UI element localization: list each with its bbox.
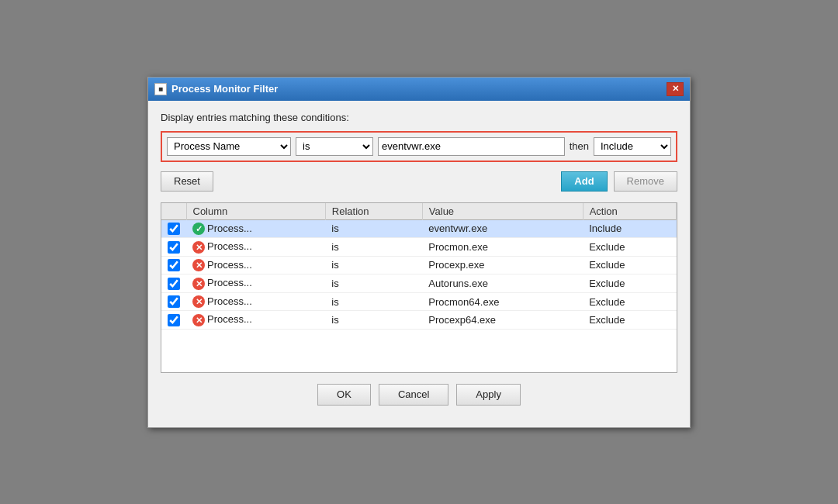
row-checkbox[interactable] [168,259,180,271]
title-bar: ■ Process Monitor Filter ✕ [148,78,690,101]
row-action: Exclude [583,238,676,257]
row-action: Exclude [583,274,676,293]
row-relation: is [325,274,422,293]
row-action: Exclude [583,256,676,274]
exclude-icon: ✕ [192,241,205,254]
col-header-column: Column [186,203,325,220]
exclude-icon: ✕ [192,314,205,326]
instruction-label: Display entries matching these condition… [161,112,677,123]
row-value: Procmon.exe [422,238,583,257]
button-row: Reset Add Remove [161,171,677,192]
cancel-button[interactable]: Cancel [379,384,448,406]
row-value: Procexp64.exe [422,311,583,330]
row-checkbox[interactable] [168,241,180,254]
row-relation: is [325,256,422,274]
row-relation: is [325,311,422,330]
row-relation: is [325,292,422,311]
row-checkbox-cell [161,274,186,293]
row-checkbox[interactable] [168,314,180,326]
process-monitor-filter-dialog: ■ Process Monitor Filter ✕ Display entri… [147,77,691,428]
row-relation: is [325,219,422,238]
table-row[interactable]: ✕Process... is Autoruns.exe Exclude [161,274,677,293]
row-checkbox-cell [161,256,186,274]
action-select[interactable]: Include Exclude [594,137,671,156]
apply-button[interactable]: Apply [456,384,521,406]
row-value: Procexp.exe [422,256,583,274]
row-checkbox[interactable] [168,295,180,308]
row-checkbox[interactable] [168,278,180,290]
filter-row: Process Name PID Operation Path Result D… [161,131,677,162]
row-checkbox-cell [161,311,186,330]
row-column: ✕Process... [186,238,325,257]
include-icon: ✓ [192,223,205,235]
row-action: Include [583,219,676,238]
filter-table: Column Relation Value Action ✓Process...… [161,203,677,330]
col-header-relation: Relation [325,203,422,220]
table-row[interactable]: ✕Process... is Procmon.exe Exclude [161,238,677,257]
then-label: then [570,140,589,152]
row-column: ✕Process... [186,311,325,330]
row-checkbox-cell [161,292,186,311]
title-bar-left: ■ Process Monitor Filter [154,83,278,95]
dialog-title: Process Monitor Filter [171,83,278,95]
reset-button[interactable]: Reset [161,171,213,192]
exclude-icon: ✕ [192,278,205,290]
row-column: ✕Process... [186,292,325,311]
dialog-body: Display entries matching these condition… [148,101,690,427]
table-row[interactable]: ✕Process... is Procexp64.exe Exclude [161,311,677,330]
col-header-action: Action [583,203,676,220]
value-input[interactable] [378,137,565,156]
row-checkbox[interactable] [168,223,180,235]
exclude-icon: ✕ [192,295,205,308]
exclude-icon: ✕ [192,259,205,271]
remove-button[interactable]: Remove [614,171,677,192]
filter-table-container: Column Relation Value Action ✓Process...… [161,202,677,373]
row-column: ✕Process... [186,256,325,274]
table-row[interactable]: ✕Process... is Procmon64.exe Exclude [161,292,677,311]
col-header-checkbox [161,203,186,220]
ok-button[interactable]: OK [317,384,371,406]
dialog-footer: OK Cancel Apply [161,384,677,416]
table-row[interactable]: ✓Process... is eventvwr.exe Include [161,219,677,238]
relation-select[interactable]: is is not contains excludes begins with … [296,137,373,156]
row-value: Procmon64.exe [422,292,583,311]
row-action: Exclude [583,311,676,330]
row-column: ✓Process... [186,219,325,238]
row-relation: is [325,238,422,257]
row-checkbox-cell [161,219,186,238]
close-button[interactable]: ✕ [667,82,684,96]
table-header-row: Column Relation Value Action [161,203,677,220]
row-column: ✕Process... [186,274,325,293]
row-checkbox-cell [161,238,186,257]
add-button[interactable]: Add [561,171,607,192]
table-row[interactable]: ✕Process... is Procexp.exe Exclude [161,256,677,274]
row-value: Autoruns.exe [422,274,583,293]
row-action: Exclude [583,292,676,311]
row-value: eventvwr.exe [422,219,583,238]
column-select[interactable]: Process Name PID Operation Path Result D… [167,137,291,156]
app-icon: ■ [154,83,167,95]
col-header-value: Value [422,203,583,220]
